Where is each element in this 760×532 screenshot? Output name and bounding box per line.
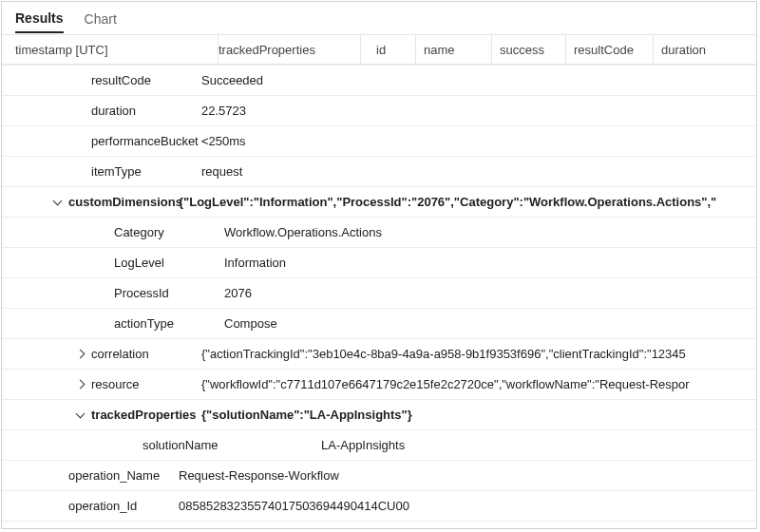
- expand-customDimensions[interactable]: [46, 200, 68, 204]
- val-operation_Id: 08585283235574017503694490414CU00: [173, 499, 756, 513]
- val-duration: 22.5723: [196, 104, 756, 118]
- results-panel: Results Chart timestamp [UTC] trackedPro…: [1, 1, 757, 529]
- val-actionType: Compose: [218, 316, 756, 331]
- results-body: resultCode Succeeded duration 22.5723 pe…: [2, 65, 756, 522]
- chevron-down-icon: [75, 408, 85, 418]
- row-solutionName[interactable]: solutionName LA-AppInsights: [2, 430, 756, 461]
- row-duration[interactable]: duration 22.5723: [2, 96, 756, 126]
- col-id[interactable]: id: [361, 35, 416, 64]
- row-itemType[interactable]: itemType request: [2, 157, 756, 187]
- row-actionType[interactable]: actionType Compose: [2, 309, 756, 339]
- view-tabs: Results Chart: [2, 2, 756, 35]
- row-category[interactable]: Category Workflow.Operations.Actions: [2, 218, 756, 248]
- chevron-right-icon: [75, 350, 85, 359]
- column-header-row: timestamp [UTC] trackedProperties id nam…: [2, 35, 756, 65]
- row-logLevel[interactable]: LogLevel Information: [2, 248, 756, 278]
- val-solutionName: LA-AppInsights: [315, 438, 756, 452]
- col-success[interactable]: success: [492, 35, 566, 64]
- expand-trackedProperties[interactable]: [68, 413, 91, 417]
- expand-correlation[interactable]: [68, 351, 91, 357]
- col-timestamp[interactable]: timestamp [UTC]: [2, 35, 218, 64]
- col-name[interactable]: name: [416, 35, 492, 64]
- row-performanceBucket[interactable]: performanceBucket <250ms: [2, 126, 756, 157]
- val-itemType: request: [196, 164, 756, 179]
- chevron-right-icon: [75, 380, 85, 390]
- val-operation_Name: Request-Response-Workflow: [173, 468, 756, 483]
- row-processId[interactable]: ProcessId 2076: [2, 278, 756, 309]
- chevron-down-icon: [52, 196, 62, 205]
- val-resultCode: Succeeded: [196, 73, 756, 87]
- row-trackedProperties[interactable]: trackedProperties {"solutionName":"LA-Ap…: [2, 400, 756, 430]
- row-resultCode[interactable]: resultCode Succeeded: [2, 65, 756, 96]
- row-correlation[interactable]: correlation {"actionTrackingId":"3eb10e4…: [2, 339, 756, 370]
- expand-resource[interactable]: [68, 381, 91, 388]
- col-resultCode[interactable]: resultCode: [566, 35, 654, 64]
- row-operation_Id[interactable]: operation_Id 085852832355740175036944904…: [2, 491, 756, 522]
- val-logLevel: Information: [218, 256, 756, 270]
- val-performanceBucket: <250ms: [196, 134, 756, 148]
- row-operation_Name[interactable]: operation_Name Request-Response-Workflow: [2, 461, 756, 491]
- val-processId: 2076: [218, 286, 756, 300]
- val-trackedProperties: {"solutionName":"LA-AppInsights"}: [196, 408, 756, 422]
- tab-results[interactable]: Results: [15, 4, 64, 33]
- row-resource[interactable]: resource {"workflowId":"c7711d107e664717…: [2, 370, 756, 400]
- val-resource: {"workflowId":"c7711d107e6647179c2e15fe2…: [196, 377, 756, 391]
- col-duration[interactable]: duration: [654, 35, 739, 64]
- key-solutionName: solutionName: [142, 438, 300, 452]
- tab-chart[interactable]: Chart: [85, 5, 117, 32]
- val-category: Workflow.Operations.Actions: [218, 225, 756, 239]
- col-trackedProperties[interactable]: trackedProperties: [218, 35, 361, 64]
- val-customDimensions: {"LogLevel":"Information","ProcessId":"2…: [173, 195, 756, 209]
- val-correlation: {"actionTrackingId":"3eb10e4c-8ba9-4a9a-…: [196, 347, 756, 361]
- row-customDimensions[interactable]: customDimensions {"LogLevel":"Informatio…: [2, 187, 756, 218]
